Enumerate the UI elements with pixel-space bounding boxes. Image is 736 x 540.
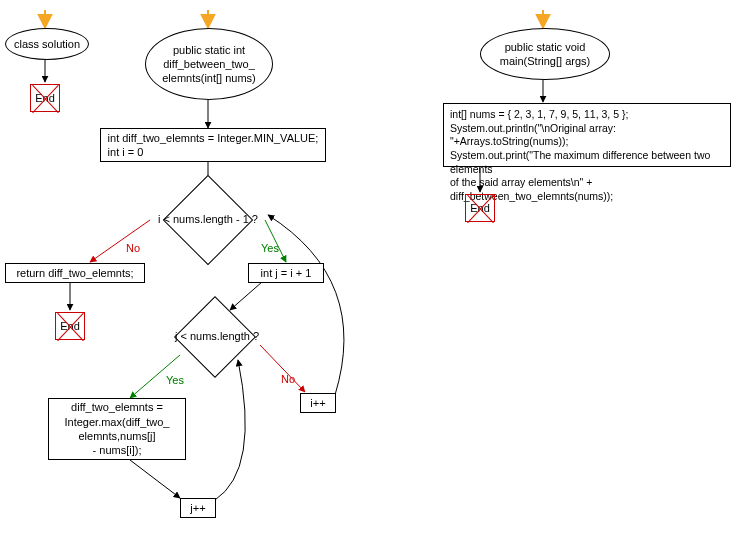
label-end: End bbox=[35, 92, 55, 104]
node-init-j: int j = i + 1 bbox=[248, 263, 324, 283]
node-update-diff: diff_two_elemnts = Integer.max(diff_two_… bbox=[48, 398, 186, 460]
node-init-block: int diff_two_elemnts = Integer.MIN_VALUE… bbox=[100, 128, 326, 162]
node-method-diff: public static int diff_between_two_ elem… bbox=[145, 28, 273, 100]
node-class-solution: class solution bbox=[5, 28, 89, 60]
label-inc-i: i++ bbox=[310, 396, 325, 410]
label-method-diff: public static int diff_between_two_ elem… bbox=[162, 43, 256, 86]
edge-inner-no: No bbox=[281, 373, 295, 385]
svg-line-7 bbox=[230, 282, 262, 310]
label-inc-j: j++ bbox=[190, 501, 205, 515]
diamond-outer-cond bbox=[163, 175, 254, 266]
label-main-body: int[] nums = { 2, 3, 1, 7, 9, 5, 11, 3, … bbox=[450, 108, 724, 203]
label-class-solution: class solution bbox=[14, 37, 80, 51]
edge-outer-no: No bbox=[126, 242, 140, 254]
end-node-main: End bbox=[465, 194, 495, 222]
node-inc-j: j++ bbox=[180, 498, 216, 518]
label-init-block: int diff_two_elemnts = Integer.MIN_VALUE… bbox=[108, 131, 319, 160]
label-method-main: public static void main(String[] args) bbox=[500, 40, 590, 69]
node-method-main: public static void main(String[] args) bbox=[480, 28, 610, 80]
edge-outer-yes: Yes bbox=[261, 242, 279, 254]
label-return: return diff_two_elemnts; bbox=[16, 266, 133, 280]
label-update-diff: diff_two_elemnts = Integer.max(diff_two_… bbox=[65, 400, 170, 457]
node-main-body: int[] nums = { 2, 3, 1, 7, 9, 5, 11, 3, … bbox=[443, 103, 731, 167]
label-end: End bbox=[470, 202, 490, 214]
end-node-class: End bbox=[30, 84, 60, 112]
edge-inner-yes: Yes bbox=[166, 374, 184, 386]
label-init-j: int j = i + 1 bbox=[261, 266, 312, 280]
diamond-inner-cond bbox=[174, 296, 256, 378]
node-inc-i: i++ bbox=[300, 393, 336, 413]
node-return: return diff_two_elemnts; bbox=[5, 263, 145, 283]
end-node-return: End bbox=[55, 312, 85, 340]
label-end: End bbox=[60, 320, 80, 332]
